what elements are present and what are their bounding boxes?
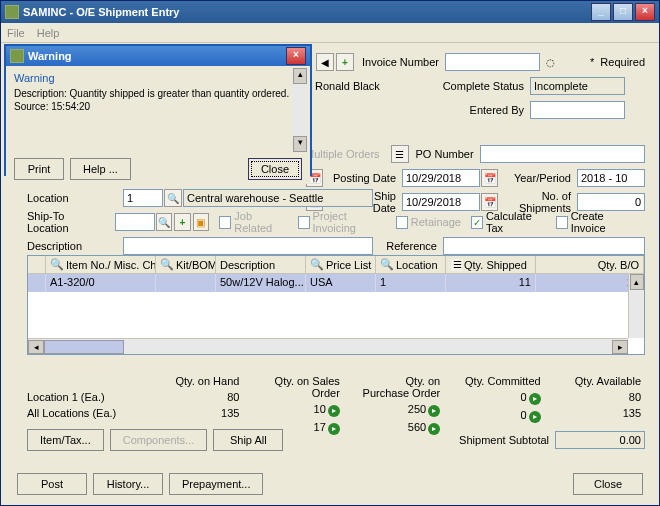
customer-name: Ronald Black [315,80,435,92]
warning-help-button[interactable]: Help ... [70,158,131,180]
cell-qty-shipped[interactable]: 11 [446,274,536,292]
cell-loc[interactable]: 1 [376,274,446,292]
warning-footer: Print Help ... Close [6,154,310,184]
item-tax-button[interactable]: Item/Tax... [27,429,104,451]
complete-status-field [530,77,625,95]
warning-scrollbar[interactable]: ▴ ▾ [292,68,308,152]
grid-header: 🔍Item No./ Misc. Charge 🔍Kit/BOM Descrip… [28,256,644,274]
col-on-sales: Qty. on Sales Order [257,375,339,399]
col-kit: Kit/BOM [176,259,216,271]
drill-icon[interactable]: ▸ [428,405,440,417]
warning-print-button[interactable]: Print [14,158,64,180]
r1-on-sales: 10 [314,403,326,415]
ship-to-add-icon[interactable]: + [174,213,191,231]
drill-icon[interactable]: ▸ [529,411,541,423]
r1-available: 80 [559,391,641,403]
warning-title: Warning [28,50,72,62]
r1-on-po: 250 [408,403,426,415]
ship-to-label: Ship-To Location [27,210,115,234]
grid-scroll-vertical[interactable]: ▴ [628,274,644,338]
warning-desc: Description: Quantity shipped is greater… [14,88,302,99]
menu-help[interactable]: Help [37,27,60,39]
reference-input[interactable] [443,237,645,255]
menubar: File Help [1,23,659,43]
r2-committed: 0 [521,409,527,421]
maximize-button[interactable]: □ [613,3,633,21]
r2-available: 135 [559,407,641,419]
description-label: Description [27,240,123,252]
scroll-up-icon[interactable]: ▴ [293,68,307,84]
drill-icon[interactable]: ▸ [529,393,541,405]
calculate-tax-label: Calculate Tax [486,210,546,234]
info-icon[interactable]: ◌ [541,53,559,71]
reference-label: Reference [373,240,443,252]
grid-scroll-horizontal[interactable]: ◂ ▸ [28,338,628,354]
year-period-label: Year/Period [499,172,577,184]
project-invoicing-label: Project Invoicing [313,210,386,234]
calculate-tax-checkbox[interactable]: ✓ [471,216,483,229]
post-button[interactable]: Post [17,473,87,495]
col-qty-bo: Qty. B/O [598,259,639,271]
main-close-button[interactable]: × [635,3,655,21]
warning-close-x[interactable]: × [286,47,306,65]
app-icon [5,5,19,19]
retainage-checkbox [396,216,408,229]
ship-to-finder-icon[interactable]: 🔍 [156,213,173,231]
col-available: Qty. Available [559,375,641,387]
cell-kit[interactable] [156,274,216,292]
cell-desc[interactable]: 50w/12V Halog... [216,274,306,292]
table-row[interactable]: A1-320/0 50w/12V Halog... USA 1 11 10 [28,274,644,292]
finder-icon[interactable]: 🔍 [160,258,174,271]
multiple-orders-icon[interactable]: ☰ [391,145,409,163]
description-input[interactable] [123,237,373,255]
create-invoice-label: Create Invoice [571,210,635,234]
r2-on-hand: 135 [157,407,239,419]
cell-price[interactable]: USA [306,274,376,292]
po-number-input[interactable] [480,145,645,163]
r1-on-hand: 80 [157,391,239,403]
warning-title-icon [10,49,24,63]
close-button[interactable]: Close [573,473,643,495]
warning-source: Source: 15:54:20 [14,101,302,112]
drill-icon[interactable]: ▸ [328,405,340,417]
finder-icon[interactable]: 🔍 [50,258,64,271]
scroll-down-icon[interactable]: ▾ [293,136,307,152]
scroll-thumb[interactable] [44,340,124,354]
scroll-right-icon[interactable]: ▸ [612,340,628,354]
ship-to-input[interactable] [115,213,155,231]
cell-item[interactable]: A1-320/0 [46,274,156,292]
entered-by-field[interactable] [530,101,625,119]
ship-all-button[interactable]: Ship All [213,429,283,451]
line-items-grid[interactable]: 🔍Item No./ Misc. Charge 🔍Kit/BOM Descrip… [27,255,645,355]
entered-by-label: Entered By [435,104,530,116]
location-input[interactable] [123,189,163,207]
add-icon[interactable]: + [336,53,354,71]
summary-r1-label: Location 1 (Ea.) [27,391,157,403]
history-button[interactable]: History... [93,473,163,495]
po-number-label: PO Number [410,148,480,160]
minimize-button[interactable]: _ [591,3,611,21]
location-finder-icon[interactable]: 🔍 [164,189,182,207]
menu-file[interactable]: File [7,27,25,39]
warning-close-button[interactable]: Close [248,158,302,180]
nav-prev-icon[interactable]: ◀ [316,53,334,71]
create-invoice-checkbox[interactable] [556,216,568,229]
ship-to-zoom-icon[interactable]: ▣ [193,213,210,231]
r1-committed: 0 [521,391,527,403]
warning-body: Warning Description: Quantity shipped is… [6,66,310,154]
project-invoicing-checkbox [298,216,310,229]
qty-icon[interactable]: ☰ [451,259,463,271]
job-related-checkbox [219,216,231,229]
warning-titlebar: Warning × [6,46,310,66]
scroll-up-icon[interactable]: ▴ [630,274,644,290]
summary-r2-label: All Locations (Ea.) [27,407,157,419]
invoice-number-input[interactable] [445,53,540,71]
finder-icon[interactable]: 🔍 [380,258,394,271]
scroll-left-icon[interactable]: ◂ [28,340,44,354]
job-related-label: Job Related [234,210,287,234]
complete-status-label: Complete Status [435,80,530,92]
footer: Post History... Prepayment... Close [17,473,643,495]
prepayment-button[interactable]: Prepayment... [169,473,263,495]
col-loc: Location [396,259,438,271]
finder-icon[interactable]: 🔍 [310,258,324,271]
